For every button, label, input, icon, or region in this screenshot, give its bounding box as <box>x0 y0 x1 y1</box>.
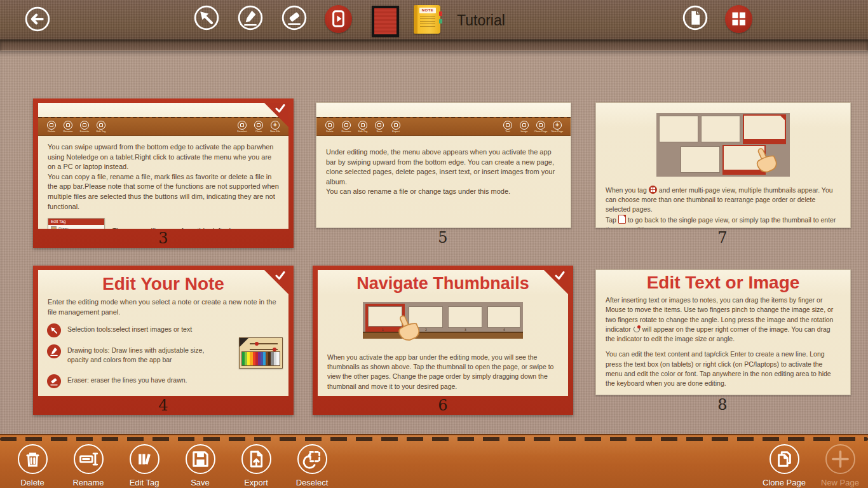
page-5-paragraph: You can also rename a file or change tag… <box>326 187 561 197</box>
single-page-icon <box>682 4 709 31</box>
page-8-title: Edit Text or Image <box>596 273 850 293</box>
color-swatch-button[interactable] <box>372 6 399 37</box>
selected-checkmark <box>264 103 288 127</box>
eraser-icon <box>281 4 308 31</box>
page-4-preview: Edit Your Note Enter the editing mode wh… <box>38 270 288 396</box>
page-7-text: to go back to the single page view, or s… <box>606 216 836 228</box>
plus-icon <box>827 445 854 473</box>
page-number: 7 <box>592 228 853 247</box>
pen-icon <box>47 344 61 358</box>
page-7-preview: When you tagand enter multi-page view, m… <box>595 102 851 228</box>
page-number: 5 <box>313 228 573 247</box>
thumbnail-grid: Delete Rename Favorite Edit Tag Deselect… <box>0 51 868 434</box>
mini-delete-icon <box>47 121 56 130</box>
back-button[interactable] <box>24 6 51 32</box>
mini-clone-icon <box>254 121 263 130</box>
page-thumbnail-7[interactable]: When you tagand enter multi-page view, m… <box>592 98 853 248</box>
notebook-title: Tutorial <box>457 0 505 39</box>
mini-newpage-icon <box>553 121 562 130</box>
tag-list-illustration: Edit Tag Diary Reading Work Home Travel … <box>48 218 105 229</box>
multi-page-view-button[interactable] <box>725 5 752 33</box>
page-6-preview: Navigate Thumbnails 1 2 3 4 <box>318 270 568 396</box>
delete-button[interactable]: Delete <box>4 444 60 487</box>
multipage-view-illustration <box>656 113 790 177</box>
topbar-recess: 9 of 10 <box>0 39 868 51</box>
new-page-button[interactable]: New Page <box>812 444 868 487</box>
page-8-preview: Edit Text or Image After inserting text … <box>595 269 851 395</box>
pen-icon <box>237 4 264 31</box>
page-thumbnail-3[interactable]: Delete Rename Favorite Edit Tag Deselect… <box>33 98 294 248</box>
page-number: 4 <box>33 396 294 415</box>
page-3-paragraph: You can copy a file, rename a file, mark… <box>48 172 279 212</box>
selection-tool-button[interactable] <box>193 4 220 31</box>
clone-page-button[interactable]: Clone Page <box>756 444 812 487</box>
page-6-title: Navigate Thumbnails <box>318 274 568 294</box>
mini-rename-icon <box>342 121 351 130</box>
mini-save-icon <box>375 121 384 130</box>
page-6-paragraph: When you activate the app bar under the … <box>318 353 568 391</box>
page-3-paragraph: You can swipe upward from the bottom edg… <box>48 142 279 172</box>
inline-grid-icon <box>649 186 657 194</box>
mini-rename-icon <box>64 121 72 130</box>
rename-button[interactable]: Rename <box>60 444 116 487</box>
save-button[interactable]: Save <box>172 444 228 487</box>
leather-stitching <box>0 437 868 441</box>
selection-arrow-icon <box>47 323 61 337</box>
floppy-icon <box>187 445 214 473</box>
edit-tag-button[interactable]: Edit Tag <box>116 444 172 487</box>
page-thumbnail-5[interactable]: Delete Rename Edit Tag Save Export Text … <box>313 98 573 248</box>
page-4-title: Edit Your Note <box>38 274 288 294</box>
selected-checkmark <box>264 270 288 294</box>
mini-image-icon <box>520 121 529 130</box>
mini-clonepage-icon <box>536 121 545 130</box>
page-browse-mode-button[interactable] <box>325 5 352 33</box>
mini-appbar: Delete Rename Favorite Edit Tag Deselect… <box>38 117 288 136</box>
deselect-icon <box>299 445 326 473</box>
mini-edittag-icon <box>358 121 367 130</box>
mini-edittag-icon <box>97 121 105 130</box>
page-5-preview: Delete Rename Edit Tag Save Export Text … <box>316 102 571 228</box>
mini-favorite-icon <box>80 121 89 130</box>
mini-appbar: Delete Rename Edit Tag Save Export Text … <box>316 117 571 136</box>
back-icon <box>24 6 51 32</box>
notebook-icon[interactable]: NOTE <box>414 5 440 34</box>
mini-text-icon <box>503 121 512 130</box>
thumbnail-strip-illustration: 1 2 3 4 <box>363 302 523 339</box>
top-app-bar: NOTE Tutorial <box>0 0 868 39</box>
multi-page-grid-icon <box>725 5 752 32</box>
mini-export-icon <box>391 121 400 130</box>
rename-icon <box>75 445 102 473</box>
trash-icon <box>19 445 46 473</box>
eraser-icon <box>47 374 61 388</box>
page-7-text: When you tag <box>606 186 647 194</box>
books-icon <box>131 445 158 473</box>
inline-page-icon <box>618 215 626 224</box>
pen-settings-illustration <box>239 337 283 369</box>
selected-checkmark <box>544 270 568 294</box>
page-thumbnail-8[interactable]: Edit Text or Image After inserting text … <box>592 266 853 415</box>
eraser-tool-button[interactable] <box>281 4 308 31</box>
export-icon <box>243 445 270 473</box>
single-page-view-button[interactable] <box>682 4 709 31</box>
deselect-button[interactable]: Deselect <box>284 444 340 487</box>
drawing-tool-button[interactable] <box>237 4 264 31</box>
page-7-text: Tap <box>606 216 616 224</box>
page-thumbnail-6[interactable]: Navigate Thumbnails 1 2 3 4 <box>313 266 573 415</box>
rotation-indicator-icon <box>633 325 641 333</box>
page-number: 6 <box>313 396 573 415</box>
export-button[interactable]: Export <box>228 444 284 487</box>
page-number: 3 <box>33 229 294 248</box>
noteledge-app: NOTE Tutorial 9 of 10 <box>0 0 868 488</box>
selection-arrow-icon <box>193 4 220 31</box>
page-number: 8 <box>592 395 853 414</box>
bottom-app-bar: Delete Rename Edit Tag Save <box>0 434 868 488</box>
mini-delete-icon <box>325 121 334 130</box>
page-5-paragraph: Under editing mode, the menu above appea… <box>326 147 561 187</box>
page-3-preview: Delete Rename Favorite Edit Tag Deselect… <box>38 103 288 229</box>
mini-deselect-icon <box>238 121 247 130</box>
notebook-label: NOTE <box>419 8 436 13</box>
page-browse-icon <box>325 5 352 32</box>
clone-pages-icon <box>771 445 798 473</box>
page-thumbnail-4[interactable]: Edit Your Note Enter the editing mode wh… <box>33 266 294 415</box>
page-4-intro: Enter the editing mode when you select a… <box>38 297 288 318</box>
